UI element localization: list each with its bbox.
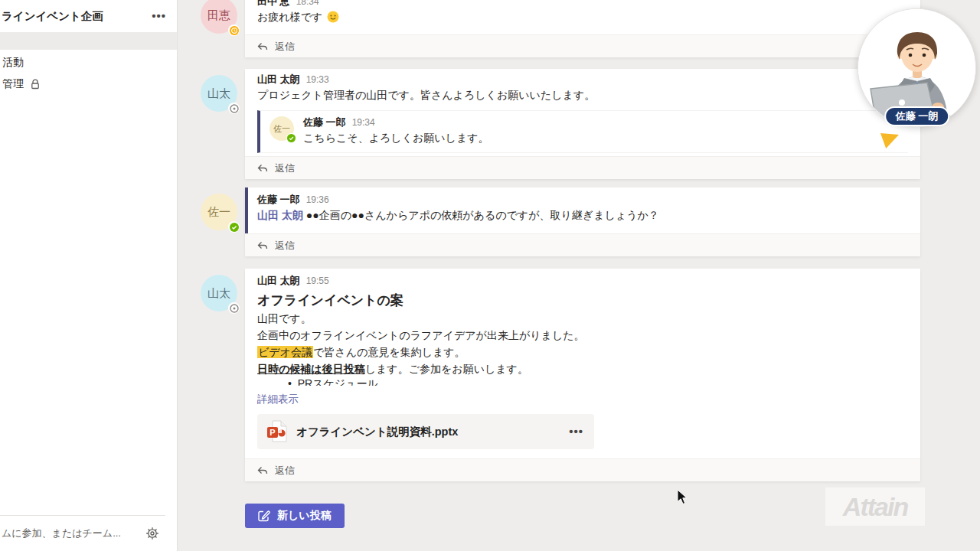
- avatar-initials: 佐一: [207, 205, 230, 220]
- status-offline-icon: [228, 103, 240, 114]
- new-post-label: 新しい投稿: [277, 509, 332, 523]
- avatar-initials: 山太: [207, 86, 230, 101]
- message-text: お疲れ様です: [257, 11, 322, 23]
- presenter-webcam-overlay: 佐藤 一朗: [858, 8, 976, 127]
- attain-watermark-logo: Attain: [825, 487, 925, 526]
- new-post-button[interactable]: 新しい投稿: [245, 504, 345, 528]
- avatar[interactable]: 山太: [201, 275, 237, 311]
- message-timestamp: 19:34: [352, 116, 375, 129]
- message-timestamp: 19:36: [306, 194, 329, 206]
- message-text: 山田です。: [257, 310, 908, 327]
- channel-sidebar: ラインイベント企画 ••• 活動 管理 ムに参加、またはチーム...: [0, 0, 178, 551]
- message-text: 企画中のオフラインイベントのラフアイデアが出来上がりました。: [257, 327, 908, 344]
- attachment-filename: オフラインベント説明資料.pptx: [296, 425, 569, 439]
- quoted-reply: 佐一 佐藤 一郎 19:34 こちらこそ、よろしくお願いします。: [257, 110, 908, 153]
- message-text: プロジェクト管理者の山田です。皆さんよろしくお願いいたします。: [257, 87, 908, 103]
- smiley-emoji-icon: [327, 11, 339, 27]
- avatar[interactable]: 山太: [201, 75, 237, 112]
- reply-label: 返信: [275, 239, 295, 253]
- team-more-options-icon[interactable]: •••: [152, 12, 166, 20]
- channel-label: 活動: [2, 56, 24, 70]
- lock-icon: [31, 79, 40, 90]
- avatar[interactable]: 田恵: [201, 0, 237, 34]
- reply-button[interactable]: 返信: [245, 458, 920, 481]
- powerpoint-file-icon: P: [266, 420, 287, 443]
- message-text: 日時の候補は後日投稿します。ご参加をお願いします。: [257, 360, 908, 377]
- status-available-icon: [228, 221, 240, 233]
- reply-label: 返信: [275, 40, 295, 54]
- message-subject: オフラインイベントの案: [257, 292, 908, 310]
- reply-button[interactable]: 返信: [245, 233, 920, 256]
- message-text: こちらこそ、よろしくお願いします。: [303, 130, 489, 145]
- message-author: 佐藤 一郎: [257, 194, 300, 206]
- attachment-more-options-icon[interactable]: •••: [569, 428, 583, 435]
- sidebar-item-channel-selected[interactable]: [0, 32, 177, 50]
- truncated-bullet-item: • PRスケジュール: [257, 377, 908, 386]
- team-header: ラインイベント企画 •••: [0, 0, 177, 32]
- message-author: 山田 太朗: [257, 73, 300, 86]
- sidebar-item-channel-kanri[interactable]: 管理: [0, 73, 177, 95]
- message-author: 山田 太朗: [257, 275, 300, 287]
- reply-button[interactable]: 返信: [245, 34, 920, 57]
- emphasized-text: 日時の候補は後日投稿: [257, 363, 365, 375]
- channel-label: 管理: [2, 77, 24, 91]
- message-text: ●●企画の●●さんからアポの依頼があるのですが、取り継ぎましょうか？: [306, 209, 659, 221]
- svg-text:P: P: [270, 428, 275, 437]
- message-timestamp: 18:34: [296, 0, 319, 8]
- team-name: ラインイベント企画: [2, 9, 103, 24]
- avatar[interactable]: 佐一: [201, 194, 237, 230]
- mouse-cursor: [677, 489, 688, 508]
- sidebar-footer: ムに参加、またはチーム...: [0, 515, 165, 551]
- attachment-card[interactable]: P オフラインベント説明資料.pptx •••: [257, 414, 594, 449]
- reply-button[interactable]: 返信: [245, 156, 920, 179]
- message-card: 山田 太朗 19:33 プロジェクト管理者の山田です。皆さんよろしくお願いいたし…: [245, 69, 920, 179]
- avatar-initials: 田恵: [207, 8, 230, 23]
- message-author: 田中 恵: [257, 0, 290, 8]
- see-more-link[interactable]: 詳細表示: [257, 393, 299, 406]
- reply-arrow-icon: [257, 164, 268, 173]
- sidebar-item-channel-katsudo[interactable]: 活動: [0, 52, 177, 73]
- reply-label: 返信: [275, 464, 295, 478]
- reply-arrow-icon: [257, 42, 268, 51]
- reply-arrow-icon: [257, 241, 268, 250]
- message-text: ビデオ会議で皆さんの意見を集約します。: [257, 344, 908, 360]
- reply-arrow-icon: [257, 466, 268, 475]
- message-author: 佐藤 一郎: [303, 116, 346, 129]
- avatar-initials: 山太: [207, 286, 230, 301]
- compose-icon: [258, 510, 270, 522]
- avatar[interactable]: 佐一: [270, 116, 294, 141]
- status-available-icon: [286, 133, 296, 143]
- reply-label: 返信: [275, 161, 295, 175]
- message-timestamp: 19:33: [306, 73, 329, 86]
- status-offline-icon: [228, 302, 240, 314]
- message-timestamp: 19:55: [306, 275, 329, 287]
- mention-link[interactable]: 山田 太朗: [257, 209, 303, 221]
- join-team-link[interactable]: ムに参加、またはチーム...: [2, 527, 121, 540]
- avatar-initials: 佐一: [273, 123, 290, 135]
- message-card: 山田 太朗 19:55 オフラインイベントの案 山田です。 企画中のオフラインイ…: [245, 269, 920, 481]
- presenter-name-badge: 佐藤 一朗: [884, 106, 950, 126]
- highlighted-text: ビデオ会議: [257, 346, 313, 358]
- teams-app-window: ラインイベント企画 ••• 活動 管理 ムに参加、またはチーム...: [0, 0, 980, 551]
- message-card: 佐藤 一郎 19:36 山田 太朗 ●●企画の●●さんからアポの依頼があるのです…: [245, 187, 920, 256]
- gear-icon[interactable]: [145, 527, 159, 540]
- message-card: 田中 恵 18:34 お疲れ様です 返信: [245, 0, 920, 57]
- status-away-icon: [228, 24, 240, 36]
